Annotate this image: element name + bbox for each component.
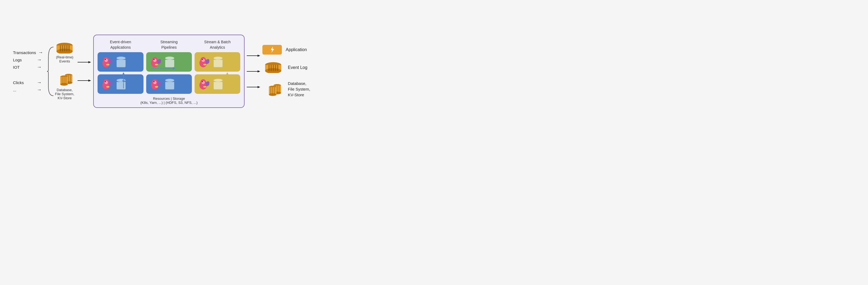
box-db-r1c3	[214, 57, 223, 67]
box-db-r2c2	[165, 79, 174, 89]
svg-point-43	[106, 86, 110, 88]
svg-rect-6	[66, 46, 67, 51]
kafka-icon-output	[262, 62, 284, 73]
squirrel-r2c2	[149, 77, 163, 91]
database-source: Database, File System, KV-Store	[54, 72, 75, 100]
svg-rect-4	[62, 46, 63, 51]
svg-marker-68	[257, 55, 260, 57]
box-db-r1c1	[117, 57, 126, 67]
arrow-iot: →	[37, 64, 42, 70]
outputs-column: Application Event Log	[262, 45, 310, 97]
svg-rect-5	[64, 46, 65, 51]
flink-bottom-label: Resources | Storage (K8s, Yarn, ...) | (…	[140, 96, 197, 105]
inputs-section: Transactions → Logs → IOT → Clicks → ...…	[13, 50, 43, 93]
flink-box-r2c1	[98, 74, 143, 94]
input-row-transactions: Transactions →	[13, 50, 43, 55]
arrow-dots: →	[37, 87, 42, 93]
input-row-logs: Logs →	[13, 57, 43, 63]
svg-point-42	[105, 81, 106, 82]
arrow-db-to-flink	[78, 78, 91, 83]
squirrel-r1c1	[100, 55, 114, 69]
col-header-3: Stream & Batch Analytics	[194, 39, 240, 50]
db-stack-icon-output	[262, 82, 284, 96]
flink-box-r1c1	[98, 52, 143, 72]
output-label-app: Application	[286, 47, 307, 52]
arrow-logs: →	[37, 57, 42, 63]
output-label-eventlog: Event Log	[288, 65, 307, 70]
col-header-1: Event-driven Applications	[98, 39, 143, 50]
svg-point-27	[105, 59, 106, 60]
flink-grid	[98, 52, 240, 94]
events-label: (Real-time) Events	[56, 55, 73, 63]
flink-box-r1c3	[194, 52, 240, 72]
col-header-2: Streaming Pipelines	[146, 39, 192, 50]
output-label-db: Database, File System, KV-Store	[288, 81, 310, 97]
arrow-events-to-flink	[78, 59, 91, 65]
svg-rect-7	[68, 46, 70, 51]
column-headers: Event-driven Applications Streaming Pipe…	[98, 39, 240, 50]
flink-box-r2c2	[146, 74, 192, 94]
db-stack-icon-input	[54, 72, 75, 86]
input-label-dots: ...	[13, 88, 35, 92]
database-label: Database, File System, KV-Store	[55, 88, 74, 100]
arrow-to-eventlog	[247, 69, 260, 74]
svg-rect-77	[268, 65, 270, 71]
squirrel-r2c3	[197, 77, 211, 91]
arrow-transactions: →	[38, 50, 43, 55]
input-label-iot: IOT	[13, 65, 35, 69]
squirrel-r2c1	[100, 77, 114, 91]
svg-marker-23	[88, 80, 91, 82]
svg-marker-72	[257, 86, 260, 88]
sources-column: (Real-time) Events	[54, 43, 75, 100]
flink-grid-wrapper	[98, 52, 240, 94]
svg-point-48	[155, 86, 158, 88]
source-arrows	[78, 59, 91, 83]
output-row-eventlog: Event Log	[262, 62, 310, 73]
squirrel-r1c3	[197, 55, 211, 69]
svg-point-52	[202, 81, 203, 82]
svg-point-53	[203, 86, 207, 88]
svg-rect-78	[271, 65, 272, 71]
svg-rect-80	[275, 65, 276, 71]
input-label-clicks: Clicks	[13, 80, 35, 85]
main-diagram: Transactions → Logs → IOT → Clicks → ...…	[7, 29, 427, 113]
input-row-dots: ... →	[13, 87, 43, 93]
flink-container: Event-driven Applications Streaming Pipe…	[93, 35, 245, 108]
lightning-icon	[269, 46, 275, 54]
output-arrows	[247, 53, 260, 90]
output-row-db: Database, File System, KV-Store	[262, 81, 310, 97]
svg-point-32	[154, 59, 155, 60]
svg-point-33	[155, 64, 158, 65]
svg-point-38	[203, 64, 207, 65]
brace-top-svg	[46, 44, 54, 98]
svg-rect-81	[277, 65, 278, 71]
app-icon	[262, 45, 282, 55]
output-row-app: Application	[262, 45, 310, 55]
svg-point-47	[154, 81, 155, 82]
input-row-iot: IOT →	[13, 64, 43, 70]
svg-rect-79	[273, 65, 274, 71]
input-row-clicks: Clicks →	[13, 80, 43, 85]
events-source: (Real-time) Events	[54, 43, 75, 63]
box-db-r2c3	[214, 79, 223, 89]
box-db-r1c2	[165, 57, 174, 67]
input-label-logs: Logs	[13, 58, 35, 62]
flink-box-r1c2	[146, 52, 192, 72]
svg-marker-70	[257, 70, 260, 73]
flink-box-r2c3	[194, 74, 240, 94]
squirrel-r1c2	[149, 55, 163, 69]
arrow-clicks: →	[37, 80, 42, 85]
svg-marker-73	[271, 47, 274, 53]
box-db-r2c1	[117, 79, 126, 89]
svg-point-37	[202, 59, 203, 60]
svg-point-28	[106, 64, 110, 65]
svg-rect-3	[60, 46, 61, 51]
brace-sources: (Real-time) Events	[46, 43, 75, 100]
input-label-transactions: Transactions	[13, 50, 36, 55]
kafka-icon-events	[54, 43, 75, 54]
arrow-to-db-out	[247, 84, 260, 90]
svg-marker-21	[88, 61, 91, 63]
arrow-to-app	[247, 53, 260, 58]
